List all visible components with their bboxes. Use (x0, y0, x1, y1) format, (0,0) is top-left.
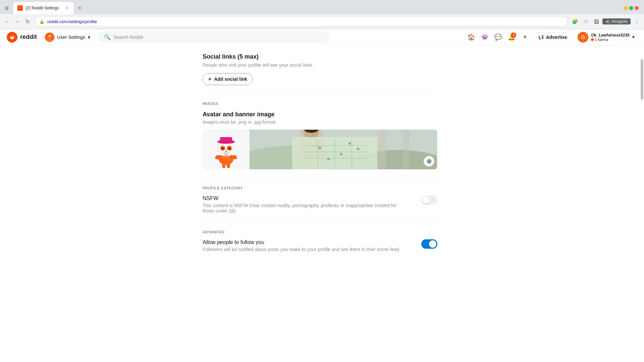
allow-follow-toggle[interactable] (421, 239, 437, 249)
svg-point-43 (348, 142, 351, 145)
avatar-banner-section: Avatar and banner image Images must be .… (203, 111, 437, 170)
search-bar[interactable]: 🔍 (98, 32, 330, 43)
avatar-banner-container: ⊕ (203, 129, 437, 170)
banner-upload-button[interactable]: ⊕ (250, 129, 437, 170)
browser-chrome: ⊞ r (2) Reddit Settings × + ← → ↻ 🔒 🧩 ☆ … (0, 0, 644, 29)
alien-icon: 👾 (481, 34, 488, 41)
profile-picture-button[interactable]: 🖼 (592, 17, 601, 26)
svg-point-23 (225, 150, 227, 152)
incognito-badge: 🕵 Incognito (602, 18, 631, 24)
svg-rect-44 (377, 130, 386, 169)
extensions-button[interactable]: 🧩 (570, 17, 580, 26)
window-minimize-button[interactable] (624, 6, 628, 10)
avatar-banner-title: Avatar and banner image (203, 111, 437, 118)
advertise-button[interactable]: 📢 Advertise (533, 32, 572, 42)
social-links-subtitle: People who visit your profile will see y… (203, 62, 437, 68)
browser-toolbar: ← → ↻ 🔒 🧩 ☆ 🖼 🕵 Incognito ⋮ (0, 14, 644, 29)
svg-point-39 (319, 146, 321, 149)
svg-rect-45 (403, 130, 409, 169)
advertise-label: Advertise (546, 35, 567, 40)
reddit-header: reddit User Settings ▾ 🔍 🏠 👾 💬 🔔 2 (0, 29, 644, 45)
user-settings-button[interactable]: User Settings ▾ (42, 31, 93, 43)
nsfw-section: NSFW This content is NSFW (may contain n… (203, 195, 437, 214)
address-bar[interactable]: 🔒 (35, 16, 568, 27)
svg-point-41 (357, 148, 360, 150)
plus-icon: + (523, 33, 527, 41)
main-scroll-area[interactable]: Social links (5 max) People who visit yo… (0, 45, 640, 362)
main-content: Social links (5 max) People who visit yo… (196, 45, 444, 260)
chat-icon: 💬 (494, 34, 502, 41)
tab-list-btn[interactable]: ⊞ (3, 4, 11, 12)
nsfw-header: NSFW This content is NSFW (may contain n… (203, 195, 437, 214)
allow-follow-section: Allow people to follow you Followers wil… (203, 239, 437, 252)
svg-rect-10 (227, 164, 230, 168)
search-input[interactable] (113, 35, 324, 40)
page-wrapper: Social links (5 max) People who visit yo… (0, 45, 644, 362)
alien-button[interactable]: 👾 (479, 32, 490, 43)
allow-follow-description: Followers will be notified about posts y… (203, 247, 404, 252)
trending-button[interactable]: 🏠 (466, 32, 477, 43)
karma-dot-icon (591, 38, 594, 41)
tab-close-button[interactable]: × (64, 5, 70, 11)
karma-value: 1 karma (595, 38, 608, 42)
divider-1 (203, 93, 437, 94)
nsfw-toggle[interactable] (421, 195, 437, 205)
notification-badge: 2 (511, 33, 516, 38)
reddit-logo-link[interactable]: reddit (7, 32, 37, 43)
incognito-label: Incognito (611, 19, 628, 24)
user-settings-avatar (45, 33, 54, 42)
tab-bar: ⊞ r (2) Reddit Settings × + (0, 0, 644, 14)
svg-text:O: O (581, 35, 585, 40)
browser-tab-active[interactable]: r (2) Reddit Settings × (13, 2, 74, 14)
back-button[interactable]: ← (3, 17, 12, 26)
window-maximize-button[interactable] (629, 6, 633, 10)
add-social-link-icon: + (208, 76, 211, 82)
nsfw-description: This content is NSFW (may contain nudity… (203, 203, 404, 214)
toolbar-right: 🧩 ☆ 🖼 🕵 Incognito ⋮ (570, 17, 641, 26)
megaphone-icon: 📢 (538, 35, 544, 40)
nsfw-toggle-knob (422, 196, 430, 204)
header-right: 🏠 👾 💬 🔔 2 + 📢 Advertise O (466, 31, 637, 44)
nsfw-title: NSFW (203, 195, 421, 201)
divider-2 (203, 178, 437, 178)
add-social-link-button[interactable]: + Add social link (203, 73, 253, 85)
user-account-chevron-icon: ▾ (632, 35, 635, 40)
search-icon: 🔍 (104, 34, 111, 40)
divider-3 (203, 222, 437, 222)
tab-favicon: r (17, 5, 23, 11)
window-controls (621, 6, 641, 10)
nav-controls: ← → ↻ (3, 17, 32, 26)
bookmark-button[interactable]: ☆ (581, 17, 590, 26)
refresh-button[interactable]: ↻ (23, 17, 32, 26)
notification-button[interactable]: 🔔 2 (506, 32, 517, 43)
more-options-button[interactable]: ⋮ (632, 17, 641, 26)
user-account-button[interactable]: O Ok_Lawfulness5235 1 karma ▾ (575, 31, 637, 44)
svg-point-2 (48, 35, 51, 38)
banner-image (250, 130, 437, 169)
svg-point-13 (232, 144, 235, 149)
chat-button[interactable]: 💬 (493, 32, 503, 43)
images-section-label: IMAGES (203, 102, 437, 106)
allow-follow-title: Allow people to follow you (203, 239, 421, 245)
url-input[interactable] (47, 19, 563, 24)
svg-point-12 (217, 144, 220, 149)
new-tab-button[interactable]: + (75, 3, 85, 13)
svg-point-42 (327, 158, 330, 161)
svg-point-22 (230, 147, 231, 148)
plus-button[interactable]: + (520, 32, 530, 43)
add-social-link-label: Add social link (214, 76, 247, 82)
banner-add-button[interactable]: ⊕ (424, 156, 434, 167)
tab-title: (2) Reddit Settings (25, 6, 62, 10)
window-close-button[interactable] (635, 6, 639, 10)
forward-button[interactable]: → (13, 17, 22, 26)
avatar-upload-button[interactable] (203, 129, 250, 170)
scrollbar-thumb[interactable] (641, 59, 643, 100)
allow-follow-info: Allow people to follow you Followers wil… (203, 239, 421, 252)
lock-icon: 🔒 (39, 19, 45, 24)
user-settings-label: User Settings (57, 35, 85, 40)
avatar-image (203, 130, 249, 169)
scrollbar[interactable] (640, 45, 644, 362)
user-account-avatar: O (578, 32, 588, 43)
username-text: Ok_Lawfulness5235 (591, 33, 630, 38)
banner-add-icon: ⊕ (427, 158, 432, 165)
